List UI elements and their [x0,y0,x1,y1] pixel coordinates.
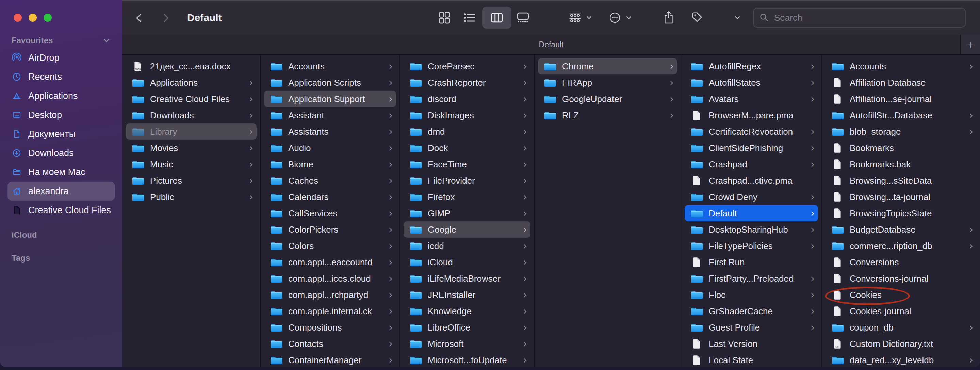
file-row-creative-cloud-files[interactable]: Creative Cloud Files› [126,91,256,107]
file-row-icloud[interactable]: iCloud› [404,254,530,270]
file-row-library[interactable]: Library› [126,124,256,140]
sidebar-item-alexandra[interactable]: alexandra [8,182,115,201]
file-row-21дек-сс-ева-docx[interactable]: 21дек_сс...ева.docx [126,58,256,75]
file-row-discord[interactable]: discord› [404,91,530,107]
group-by-chevron[interactable] [585,14,593,21]
file-row-com-appl-ices-cloud[interactable]: com.appl...ices.cloud› [264,270,396,287]
file-row-application-support[interactable]: Application Support› [264,91,396,107]
file-row-com-appl-eaccountd[interactable]: com.appl...eaccountd› [264,254,396,270]
file-row-microsoft-toupdate[interactable]: Microsoft...toUpdate› [404,352,530,367]
file-row-downloads[interactable]: Downloads› [126,107,256,124]
file-row-com-appl-rchpartyd[interactable]: com.appl...rchpartyd› [264,287,396,303]
file-row-custom-dictionary-txt[interactable]: Custom Dictionary.txt [826,336,977,352]
sidebar-item-downloads[interactable]: Downloads [8,143,115,162]
file-row-last-version[interactable]: Last Version [685,336,818,352]
file-row-coupon-db[interactable]: coupon_db› [826,319,977,336]
file-row-local-state[interactable]: Local State [685,352,818,367]
file-row-callservices[interactable]: CallServices› [264,205,396,221]
file-row-com-apple-internal-ck[interactable]: com.apple.internal.ck› [264,303,396,319]
file-row-grshadercache[interactable]: GrShaderCache› [685,303,818,319]
file-row-cookies[interactable]: Cookies [826,287,977,303]
file-row-assistants[interactable]: Assistants› [264,124,396,140]
file-row-blob-storage[interactable]: blob_storage› [826,124,977,140]
file-row-crashreporter[interactable]: CrashReporter› [404,75,530,91]
file-row-pictures[interactable]: Pictures› [126,172,256,189]
file-row-ilifemediabrowser[interactable]: iLifeMediaBrowser› [404,270,530,287]
file-row-dock[interactable]: Dock› [404,140,530,156]
file-row-crashpad[interactable]: Crashpad› [685,156,818,172]
file-row-floc[interactable]: Floc› [685,287,818,303]
file-row-autofillstr-database[interactable]: AutofillStr...Database› [826,107,977,124]
file-row-certificaterevocation[interactable]: CertificateRevocation› [685,124,818,140]
file-row-containermanager[interactable]: ContainerManager› [264,352,396,367]
file-row-budgetdatabase[interactable]: BudgetDatabase› [826,221,977,238]
file-row-googleupdater[interactable]: GoogleUpdater› [538,91,677,107]
zoom-button[interactable] [43,14,52,22]
file-row-first-run[interactable]: First Run [685,254,818,270]
file-row-application-scripts[interactable]: Application Scripts› [264,75,396,91]
file-row-dmd[interactable]: dmd› [404,124,530,140]
file-row-autofillstates[interactable]: AutofillStates› [685,75,818,91]
file-row-accounts[interactable]: Accounts› [826,58,977,75]
more-actions-button[interactable] [608,11,622,24]
file-row-libreoffice[interactable]: LibreOffice› [404,319,530,336]
close-button[interactable] [14,14,22,22]
file-row-browserm-pare-pma[interactable]: BrowserM...pare.pma [685,107,818,124]
add-tab-button[interactable]: + [960,35,980,54]
more-actions-chevron[interactable] [625,14,633,21]
file-row-data-red-xy-leveldb[interactable]: data_red...xy_leveldb› [826,352,977,367]
toolbar-expand-chevron[interactable] [733,14,741,21]
file-row-coreparsec[interactable]: CoreParsec› [404,58,530,75]
file-row-colors[interactable]: Colors› [264,238,396,254]
file-row-icdd[interactable]: icdd› [404,238,530,254]
sidebar-item-recents[interactable]: Recents [8,67,115,86]
sidebar-item-applications[interactable]: Applications [8,86,115,105]
file-row-chrome[interactable]: Chrome› [538,58,677,75]
file-row-default[interactable]: Default› [685,205,818,221]
file-row-conversions[interactable]: Conversions [826,254,977,270]
file-row-conversions-journal[interactable]: Conversions-journal [826,270,977,287]
file-row-filetypepolicies[interactable]: FileTypePolicies› [685,238,818,254]
file-row-affiliation-se-journal[interactable]: Affiliation...se-journal [826,91,977,107]
file-row-jreinstaller[interactable]: JREInstaller› [404,287,530,303]
file-row-commerc-ription-db[interactable]: commerc...ription_db› [826,238,977,254]
file-row-autofillregex[interactable]: AutofillRegex› [685,58,818,75]
sidebar-item-creative-cloud-files[interactable]: Creative Cloud Files [8,201,115,220]
minimize-button[interactable] [29,14,37,22]
file-row-rlz[interactable]: RLZ› [538,107,677,124]
group-by-button[interactable] [568,11,582,24]
icon-view-button[interactable] [438,11,451,24]
file-row-firapp[interactable]: FIRApp› [538,75,677,91]
sidebar-item-документы[interactable]: Документы [8,124,115,143]
file-row-audio[interactable]: Audio› [264,140,396,156]
file-row-accounts[interactable]: Accounts› [264,58,396,75]
file-row-applications[interactable]: Applications› [126,75,256,91]
gallery-view-button[interactable] [516,11,530,24]
file-row-caches[interactable]: Caches› [264,172,396,189]
file-row-gimp[interactable]: GIMP› [404,205,530,221]
file-row-desktopsharinghub[interactable]: DesktopSharingHub› [685,221,818,238]
file-row-crowd-deny[interactable]: Crowd Deny› [685,189,818,205]
file-row-contacts[interactable]: Contacts› [264,336,396,352]
file-row-browsingtopicsstate[interactable]: BrowsingTopicsState [826,205,977,221]
file-row-calendars[interactable]: Calendars› [264,189,396,205]
tag-button[interactable] [690,10,704,24]
file-row-clientsidephishing[interactable]: ClientSidePhishing› [685,140,818,156]
forward-button[interactable] [158,10,174,27]
file-row-browsing-ssitedata[interactable]: Browsing...sSiteData [826,172,977,189]
file-row-crashpad-ctive-pma[interactable]: Crashpad...ctive.pma [685,172,818,189]
file-row-affiliation-database[interactable]: Affiliation Database [826,75,977,91]
file-row-browsing-ta-journal[interactable]: Browsing...ta-journal [826,189,977,205]
search-input[interactable] [773,12,959,24]
share-button[interactable] [662,10,675,26]
file-row-avatars[interactable]: Avatars› [685,91,818,107]
file-row-diskimages[interactable]: DiskImages› [404,107,530,124]
sidebar-item-на-моем-mac[interactable]: На моем Mac [8,162,115,182]
back-button[interactable] [130,10,147,27]
file-row-compositions[interactable]: Compositions› [264,319,396,336]
file-row-firefox[interactable]: Firefox› [404,189,530,205]
file-row-movies[interactable]: Movies› [126,140,256,156]
file-row-bookmarks[interactable]: Bookmarks [826,140,977,156]
file-row-firstparty-preloaded[interactable]: FirstParty...Preloaded› [685,270,818,287]
column-view-button[interactable] [490,11,504,24]
